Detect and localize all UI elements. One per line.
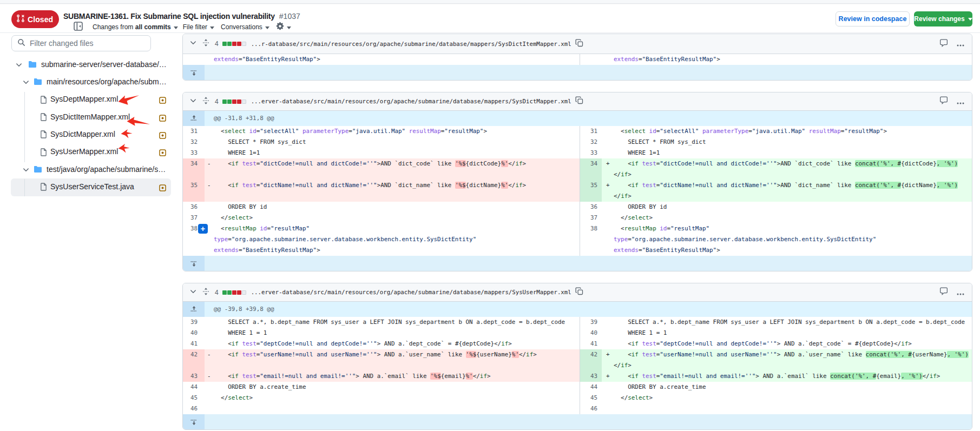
code-line[interactable]: + <if test="dictName!=null and dictName!…	[602, 180, 972, 191]
line-number[interactable]: 37	[183, 213, 205, 223]
line-number[interactable]	[183, 54, 205, 65]
code-line[interactable]: + <resultMap id="resultMap"	[205, 223, 580, 234]
code-line[interactable]: extends="BaseEntityResultMap">	[205, 245, 580, 256]
line-number[interactable]	[580, 191, 602, 202]
expand-up-button[interactable]	[183, 302, 205, 317]
line-number[interactable]: 35	[580, 180, 602, 191]
kebab-menu-icon[interactable]	[957, 288, 964, 297]
code-line[interactable]: - <if test="dictName!=null and dictName!…	[205, 180, 580, 191]
code-line[interactable]: ORDER BY a.create_time	[602, 382, 972, 393]
tree-folder-submarine-server-server-database-[interactable]: submarine-server/server-database/…	[11, 56, 171, 74]
file-filter-dropdown[interactable]: File filter	[183, 23, 214, 31]
line-number[interactable]: 38	[580, 223, 602, 234]
line-number[interactable]: 42	[580, 349, 602, 360]
drag-grabber-icon[interactable]	[202, 38, 210, 49]
review-in-codespace-button[interactable]: Review in codespace	[836, 11, 910, 26]
code-line[interactable]: extends="BaseEntityResultMap">	[205, 54, 580, 65]
copy-icon[interactable]	[575, 39, 583, 49]
code-line[interactable]	[205, 191, 580, 202]
line-number[interactable]: 41	[580, 339, 602, 349]
drag-grabber-icon[interactable]	[202, 287, 210, 298]
code-line[interactable]: SELECT * FROM sys_dict	[602, 137, 972, 148]
line-number[interactable]	[580, 169, 602, 180]
line-number[interactable]	[183, 360, 205, 371]
code-line[interactable]: type="org.apache.submarine.server.databa…	[205, 234, 580, 245]
code-line[interactable]: WHERE 1=1	[602, 148, 972, 158]
code-line[interactable]: - <if test="userName!=null and userName!…	[205, 349, 580, 360]
line-number[interactable]: 34	[580, 158, 602, 169]
line-number[interactable]: 44	[183, 382, 205, 393]
code-line[interactable]	[205, 360, 580, 371]
code-line[interactable]: ORDER BY id	[205, 202, 580, 213]
code-line[interactable]: WHERE 1=1	[205, 148, 580, 158]
code-line[interactable]: extends="BaseEntityResultMap">	[602, 245, 972, 256]
line-number[interactable]: 43	[580, 371, 602, 382]
code-line[interactable]: SELECT * FROM sys_dict	[205, 137, 580, 148]
line-number[interactable]: 41	[183, 339, 205, 349]
drag-grabber-icon[interactable]	[202, 96, 210, 107]
comment-icon[interactable]	[939, 96, 948, 107]
line-number[interactable]: 39	[183, 317, 205, 328]
code-line[interactable]: </if>	[602, 169, 972, 180]
code-line[interactable]: + <if test="userName!=null and userName!…	[602, 349, 972, 360]
tree-file-sysusermapper-xml[interactable]: SysUserMapper.xml	[11, 144, 171, 161]
line-number[interactable]: 32	[183, 137, 205, 148]
line-number[interactable]	[580, 360, 602, 371]
line-number[interactable]: 36	[580, 202, 602, 213]
line-number[interactable]	[183, 245, 205, 256]
line-number[interactable]: 36	[183, 202, 205, 213]
code-line[interactable]: <if test="deptCode!=null and deptCode!='…	[205, 339, 580, 349]
line-number[interactable]: 46	[580, 403, 602, 414]
chevron-down-icon[interactable]	[15, 61, 23, 71]
line-number[interactable]: 34	[183, 158, 205, 169]
code-line[interactable]: extends="BaseEntityResultMap">	[602, 54, 972, 65]
copy-icon[interactable]	[575, 287, 583, 297]
line-number[interactable]: 45	[580, 393, 602, 403]
line-number[interactable]: 33	[183, 148, 205, 158]
line-number[interactable]: 43	[183, 371, 205, 382]
line-number[interactable]	[580, 54, 602, 65]
line-number[interactable]: 31	[580, 126, 602, 137]
expand-up-button[interactable]	[183, 111, 205, 126]
conversations-dropdown[interactable]: Conversations	[221, 23, 269, 31]
review-changes-button[interactable]: Review changes	[914, 11, 972, 26]
code-line[interactable]: <select id="selectAll" parameterType="ja…	[602, 126, 972, 137]
code-line[interactable]: </select>	[205, 393, 580, 403]
code-line[interactable]: SELECT a.*, b.dept_name FROM sys_user a …	[205, 317, 580, 328]
code-line[interactable]	[205, 169, 580, 180]
code-line[interactable]: </select>	[205, 213, 580, 223]
tree-file-sysuserservicetest-java[interactable]: SysUserServiceTest.java	[11, 178, 171, 196]
line-number[interactable]: 31	[183, 126, 205, 137]
code-line[interactable]: type="org.apache.submarine.server.databa…	[602, 234, 972, 245]
line-number[interactable]	[183, 234, 205, 245]
line-number[interactable]: 42	[183, 349, 205, 360]
code-line[interactable]: ORDER BY a.create_time	[205, 382, 580, 393]
code-line[interactable]: </if>	[602, 360, 972, 371]
code-line[interactable]: <resultMap id="resultMap"	[602, 223, 972, 234]
collapse-file-chevron-icon[interactable]	[189, 39, 197, 49]
line-number[interactable]: 39	[580, 317, 602, 328]
collapse-file-chevron-icon[interactable]	[189, 288, 197, 297]
line-number[interactable]	[183, 169, 205, 180]
line-number[interactable]: 45	[183, 393, 205, 403]
tree-file-sysdictmapper-xml[interactable]: SysDictMapper.xml	[11, 126, 171, 143]
code-line[interactable]	[602, 403, 972, 414]
add-comment-button[interactable]: +	[198, 224, 208, 234]
code-line[interactable]: WHERE 1 = 1	[602, 328, 972, 339]
line-number[interactable]: 40	[580, 328, 602, 339]
kebab-menu-icon[interactable]	[957, 97, 964, 107]
line-number[interactable]: 46	[183, 403, 205, 414]
expand-down-button[interactable]	[183, 414, 205, 429]
code-line[interactable]: - <if test="email!=null and email!=''"> …	[205, 371, 580, 382]
tree-folder-main-resources-org-apache-subm-[interactable]: main/resources/org/apache/subm…	[11, 74, 171, 91]
tree-folder-test-java-org-apache-submarine-s-[interactable]: test/java/org/apache/submarine/s…	[11, 161, 171, 178]
line-number[interactable]: 40	[183, 328, 205, 339]
code-line[interactable]: </select>	[602, 213, 972, 223]
copy-icon[interactable]	[575, 96, 583, 107]
changes-from-dropdown[interactable]: Changes from all commits	[93, 23, 178, 31]
line-number[interactable]: 32	[580, 137, 602, 148]
comment-icon[interactable]	[939, 39, 948, 49]
expand-down-button[interactable]	[183, 256, 205, 271]
chevron-down-icon[interactable]	[22, 78, 30, 88]
code-line[interactable]: + <if test="dictCode!=null and dictCode!…	[602, 158, 972, 169]
